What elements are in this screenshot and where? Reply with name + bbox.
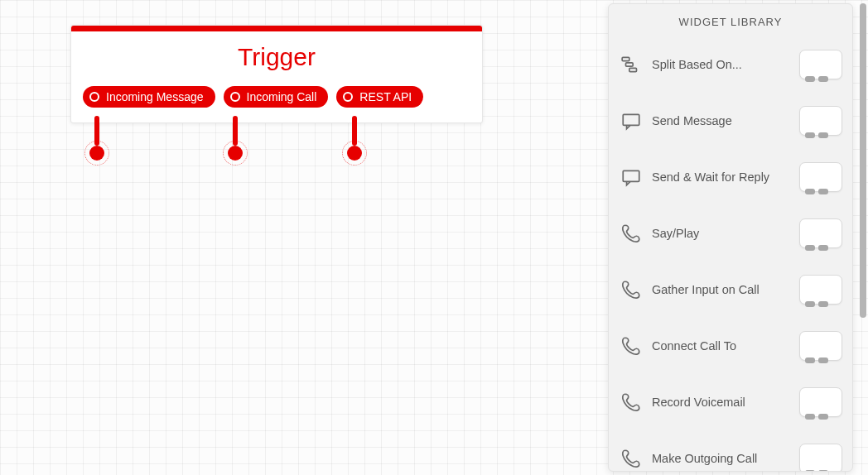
widget-item-label: Connect Call To	[652, 339, 789, 353]
svg-rect-3	[623, 114, 639, 125]
svg-rect-2	[629, 68, 637, 71]
phone-icon	[620, 279, 642, 300]
output-port-icon[interactable]	[343, 92, 353, 102]
output-label: Incoming Call	[247, 90, 317, 103]
svg-rect-4	[623, 170, 639, 181]
trigger-accent-bar	[71, 26, 482, 31]
output-label: REST API	[359, 90, 412, 103]
message-icon	[620, 110, 642, 132]
svg-rect-0	[622, 57, 629, 60]
widget-library-panel: WIDGET LIBRARY Split Based On...	[608, 3, 853, 472]
message-icon	[620, 166, 642, 188]
widget-item-send-wait-reply[interactable]: Send & Wait for Reply	[609, 149, 852, 205]
widget-item-split-based-on[interactable]: Split Based On...	[609, 36, 852, 93]
widget-item-make-outgoing-call[interactable]: Make Outgoing Call	[609, 430, 852, 471]
phone-icon	[620, 391, 642, 413]
trigger-widget[interactable]: Trigger Incoming Message Incoming Call R…	[70, 25, 483, 123]
widget-thumb-icon	[799, 50, 842, 79]
page-scrollbar[interactable]	[860, 3, 866, 318]
widget-library-header: WIDGET LIBRARY	[609, 4, 852, 36]
widget-item-label: Send Message	[652, 114, 789, 127]
widget-library-list[interactable]: Split Based On... Send Message	[609, 36, 852, 471]
svg-rect-1	[626, 63, 634, 66]
connector-endpoint[interactable]	[347, 146, 362, 161]
widget-thumb-icon	[799, 387, 842, 417]
widget-thumb-icon	[799, 331, 842, 361]
widget-item-label: Split Based On...	[652, 58, 789, 71]
trigger-title: Trigger	[71, 31, 482, 86]
trigger-output-rest-api[interactable]: REST API	[336, 86, 423, 108]
output-port-icon[interactable]	[89, 92, 99, 102]
widget-item-connect-call-to[interactable]: Connect Call To	[609, 318, 852, 374]
widget-item-label: Say/Play	[652, 227, 789, 240]
widget-item-gather-input[interactable]: Gather Input on Call	[609, 261, 852, 318]
flow-canvas[interactable]: Trigger Incoming Message Incoming Call R…	[0, 0, 868, 475]
widget-thumb-icon	[799, 444, 842, 471]
output-label: Incoming Message	[106, 90, 204, 103]
widget-item-label: Make Outgoing Call	[652, 452, 789, 465]
connector-endpoint[interactable]	[228, 146, 243, 161]
widget-item-label: Record Voicemail	[652, 396, 789, 409]
trigger-output-incoming-call[interactable]: Incoming Call	[224, 86, 329, 108]
widget-item-say-play[interactable]: Say/Play	[609, 205, 852, 261]
widget-thumb-icon	[799, 106, 842, 136]
trigger-outputs-row: Incoming Message Incoming Call REST API	[71, 86, 482, 122]
widget-item-send-message[interactable]: Send Message	[609, 93, 852, 149]
widget-item-label: Gather Input on Call	[652, 283, 789, 296]
widget-item-label: Send & Wait for Reply	[652, 170, 789, 184]
widget-item-record-voicemail[interactable]: Record Voicemail	[609, 374, 852, 430]
output-port-icon[interactable]	[230, 92, 240, 102]
phone-icon	[620, 335, 642, 357]
trigger-output-incoming-message[interactable]: Incoming Message	[83, 86, 215, 108]
widget-thumb-icon	[799, 275, 842, 305]
connector-endpoint[interactable]	[89, 146, 104, 161]
widget-thumb-icon	[799, 218, 842, 248]
phone-icon	[620, 448, 642, 469]
split-icon	[620, 54, 642, 75]
widget-thumb-icon	[799, 162, 842, 192]
phone-icon	[620, 223, 642, 244]
